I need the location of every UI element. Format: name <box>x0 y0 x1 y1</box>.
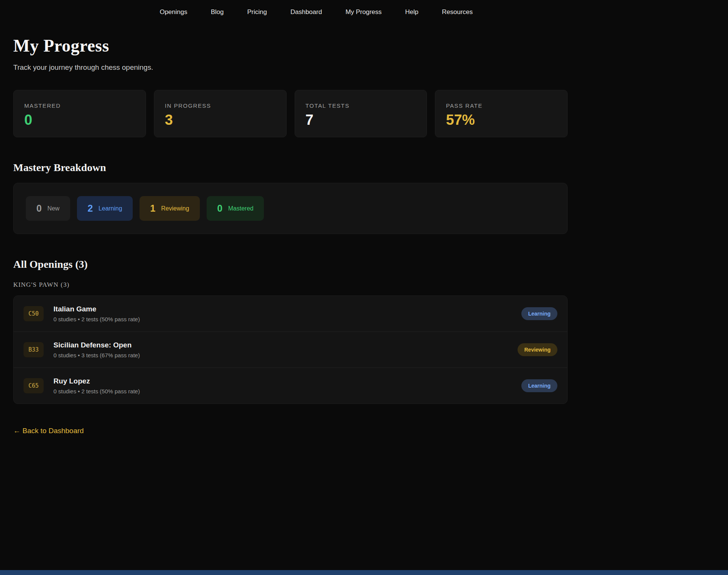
all-openings-title: All Openings (3) <box>13 258 568 270</box>
pill-count: 2 <box>88 203 93 214</box>
pill-count: 1 <box>150 203 155 214</box>
stats-grid: MASTERED 0 IN PROGRESS 3 TOTAL TESTS 7 P… <box>13 90 568 137</box>
status-badge: Reviewing <box>518 343 557 356</box>
opening-row-text: Sicilian Defense: Open 0 studies • 3 tes… <box>53 341 140 358</box>
opening-row-text: Ruy Lopez 0 studies • 2 tests (50% pass … <box>53 377 140 394</box>
stat-card-pass-rate: PASS RATE 57% <box>435 90 568 137</box>
pill-count: 0 <box>217 203 223 214</box>
opening-name: Sicilian Defense: Open <box>53 341 140 349</box>
mastery-breakdown-title: Mastery Breakdown <box>13 162 568 174</box>
eco-code-badge: C50 <box>24 306 44 321</box>
main-content: My Progress Track your journey through c… <box>13 36 568 435</box>
stat-card-total-tests: TOTAL TESTS 7 <box>295 90 427 137</box>
mastery-pill-learning: 2 Learning <box>77 196 133 221</box>
opening-meta: 0 studies • 2 tests (50% pass rate) <box>53 316 140 322</box>
pill-label: Mastered <box>228 205 254 212</box>
stat-card-mastered: MASTERED 0 <box>13 90 146 137</box>
nav-item-pricing[interactable]: Pricing <box>247 8 267 16</box>
nav-item-dashboard[interactable]: Dashboard <box>290 8 322 16</box>
mastery-pill-mastered: 0 Mastered <box>207 196 264 221</box>
opening-row-italian-game[interactable]: C50 Italian Game 0 studies • 2 tests (50… <box>14 296 567 331</box>
stat-label: PASS RATE <box>446 102 557 109</box>
mastery-pill-new: 0 New <box>26 196 70 221</box>
stat-value: 7 <box>306 113 416 127</box>
pill-label: New <box>47 205 60 212</box>
opening-row-text: Italian Game 0 studies • 2 tests (50% pa… <box>53 305 140 322</box>
pill-label: Reviewing <box>161 205 189 212</box>
opening-name: Italian Game <box>53 305 140 313</box>
opening-row-ruy-lopez[interactable]: C65 Ruy Lopez 0 studies • 2 tests (50% p… <box>14 368 567 404</box>
stat-card-in-progress: IN PROGRESS 3 <box>154 90 287 137</box>
opening-row-sicilian-defense-open[interactable]: B33 Sicilian Defense: Open 0 studies • 3… <box>14 331 567 368</box>
opening-meta: 0 studies • 2 tests (50% pass rate) <box>53 388 140 394</box>
stat-value: 3 <box>165 113 276 127</box>
status-badge: Learning <box>521 307 557 320</box>
mastery-pill-reviewing: 1 Reviewing <box>140 196 200 221</box>
nav-item-my-progress[interactable]: My Progress <box>345 8 381 16</box>
stat-label: TOTAL TESTS <box>306 102 416 109</box>
stat-value: 57% <box>446 113 557 127</box>
top-navigation: Openings Blog Pricing Dashboard My Progr… <box>0 0 632 16</box>
openings-list: C50 Italian Game 0 studies • 2 tests (50… <box>13 295 568 404</box>
page-title: My Progress <box>13 36 568 56</box>
pill-label: Learning <box>99 205 122 212</box>
status-badge: Learning <box>521 379 557 392</box>
opening-name: Ruy Lopez <box>53 377 140 385</box>
page-subtitle: Track your journey through chess opening… <box>13 63 568 72</box>
opening-meta: 0 studies • 3 tests (67% pass rate) <box>53 352 140 358</box>
back-to-dashboard-link[interactable]: ← Back to Dashboard <box>13 427 84 435</box>
stat-label: IN PROGRESS <box>165 102 276 109</box>
nav-item-resources[interactable]: Resources <box>442 8 473 16</box>
nav-item-help[interactable]: Help <box>405 8 419 16</box>
bottom-strip <box>0 570 728 575</box>
stat-label: MASTERED <box>24 102 135 109</box>
mastery-breakdown-card: 0 New 2 Learning 1 Reviewing 0 Mastered <box>13 183 568 234</box>
nav-item-openings[interactable]: Openings <box>160 8 187 16</box>
eco-code-badge: B33 <box>24 342 44 357</box>
stat-value: 0 <box>24 113 135 127</box>
opening-group-title: KING'S PAWN (3) <box>13 281 568 289</box>
nav-item-blog[interactable]: Blog <box>211 8 224 16</box>
eco-code-badge: C65 <box>24 378 44 393</box>
pill-count: 0 <box>36 203 42 214</box>
